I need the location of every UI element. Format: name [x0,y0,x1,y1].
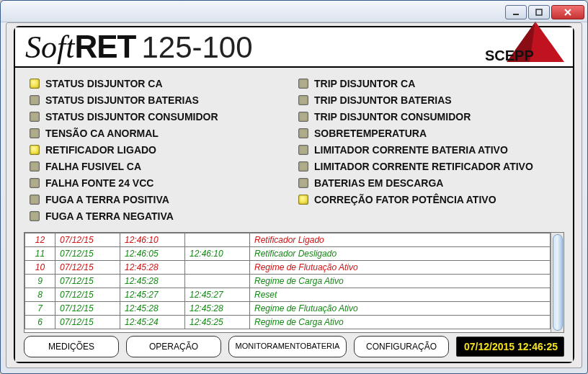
title-model: 125-100 [141,30,252,65]
status-label: TRIP DISJUNTOR CA [314,78,415,89]
svg-rect-1 [536,9,542,15]
log-cell: 8 [25,288,55,302]
status-led-icon [30,211,40,221]
status-col-left: STATUS DISJUNTOR CASTATUS DISJUNTOR BATE… [30,76,293,223]
log-cell: 07/12/15 [55,275,120,288]
footer: MEDIÇÕES OPERAÇÃO MONITORAMENTOBATERIA C… [24,333,564,357]
brand-text: SCEPP [485,48,534,62]
status-led-icon [30,95,40,105]
table-row[interactable]: 1207/12/1512:46:10Retificador Ligado [25,233,551,247]
status-row: STATUS DISJUNTOR CA [30,76,293,91]
status-label: FUGA A TERRA POSITIVA [45,194,169,205]
status-led-icon [30,128,40,138]
log-cell: 07/12/15 [55,233,120,247]
log-cell [185,275,250,288]
clock: 07/12/2015 12:46:25 [456,337,564,357]
log-cell: 12:45:28 [120,275,185,288]
scrollbar-thumb[interactable] [553,234,563,331]
status-row: TRIP DISJUNTOR CONSUMIDOR [298,110,561,124]
table-row[interactable]: 907/12/1512:45:28Regime de Carga Ativo [25,275,551,288]
log-cell: 07/12/15 [55,316,120,329]
status-row: TRIP DISJUNTOR CA [298,76,561,91]
header: Soft RET 125-100 SCEPP [15,27,573,68]
log-cell: Retificador Desligado [250,247,551,261]
status-row: LIMITADOR CORRENTE BATERIA ATIVO [298,143,561,157]
log-cell: 12:45:28 [120,261,185,275]
window-frame: Soft RET 125-100 SCEPP STATUS DISJUNTOR … [0,0,588,374]
close-button[interactable] [551,5,584,19]
status-led-icon [30,195,40,205]
maximize-button[interactable] [528,5,550,19]
title-ret: RET [74,29,135,65]
nav-medicoes[interactable]: MEDIÇÕES [24,336,119,357]
log-cell: 12:45:25 [185,316,250,329]
log-panel: 1207/12/1512:46:10Retificador Ligado1107… [24,232,564,333]
app-title: Soft RET 125-100 [25,29,253,66]
table-row[interactable]: 1107/12/1512:46:0512:46:10Retificador De… [25,247,551,261]
status-row: SOBRETEMPERATURA [298,126,561,141]
log-table: 1207/12/1512:46:10Retificador Ligado1107… [24,233,551,329]
log-cell: 10 [25,261,55,275]
log-cell: 12:45:27 [185,288,250,302]
table-row[interactable]: 607/12/1512:45:2412:45:25Regime de Carga… [25,316,551,329]
log-cell: 6 [25,316,55,329]
nav-configuracao[interactable]: CONFIGURAÇÃO [354,336,449,357]
nav-operacao[interactable]: OPERAÇÃO [126,336,221,357]
log-cell: 12:46:05 [120,247,185,261]
status-led-icon [298,178,308,188]
log-cell: 12:45:27 [120,288,185,302]
log-cell: Regime de Flutuação Ativo [250,261,551,275]
table-row[interactable]: 807/12/1512:45:2712:45:27Reset [25,288,551,302]
status-label: STATUS DISJUNTOR CONSUMIDOR [45,111,218,123]
status-row: TENSÃO CA ANORMAL [30,126,293,141]
table-row[interactable]: 707/12/1512:45:2812:45:28Regime de Flutu… [25,302,551,316]
log-cell [185,261,250,275]
log-cell: 12:46:10 [120,233,185,247]
status-row: BATERIAS EM DESCARGA [298,176,561,190]
table-row[interactable]: 1007/12/1512:45:28Regime de Flutuação At… [25,261,551,275]
status-label: TENSÃO CA ANORMAL [45,128,159,139]
body: STATUS DISJUNTOR CASTATUS DISJUNTOR BATE… [15,68,573,362]
status-row: FUGA A TERRA NEGATIVA [30,209,293,223]
main-frame: Soft RET 125-100 SCEPP STATUS DISJUNTOR … [14,26,574,363]
log-cell: Reset [250,288,551,302]
status-label: CORREÇÃO FATOR POTÊNCIA ATIVO [314,194,496,205]
status-led-icon [298,128,308,138]
status-label: LIMITADOR CORRENTE BATERIA ATIVO [314,144,508,156]
status-row: FALHA FONTE 24 VCC [30,176,293,190]
status-led-icon [298,161,308,172]
status-label: BATERIAS EM DESCARGA [314,177,443,189]
client-area: Soft RET 125-100 SCEPP STATUS DISJUNTOR … [6,22,582,368]
status-area: STATUS DISJUNTOR CASTATUS DISJUNTOR BATE… [24,75,564,229]
status-row: RETIFICADOR LIGADO [30,143,293,157]
minimize-button[interactable] [505,5,527,19]
log-cell: Regime de Carga Ativo [250,316,551,329]
status-col-right: TRIP DISJUNTOR CATRIP DISJUNTOR BATERIAS… [298,76,561,223]
log-cell: 11 [25,247,55,261]
status-led-icon [30,161,40,172]
log-cell: 07/12/15 [55,302,120,316]
status-label: FALHA FONTE 24 VCC [45,177,153,189]
log-scrollbar[interactable] [551,233,564,332]
status-led-icon [298,145,308,155]
status-label: FUGA A TERRA NEGATIVA [45,210,174,222]
status-led-icon [298,79,308,89]
status-label: FALHA FUSIVEL CA [45,161,141,172]
log-cell: 7 [25,302,55,316]
status-row: TRIP DISJUNTOR BATERIAS [298,93,561,107]
status-label: TRIP DISJUNTOR CONSUMIDOR [314,111,471,123]
status-led-icon [298,112,308,122]
log-cell: 12 [25,233,55,247]
nav-monitoramento-bateria[interactable]: MONITORAMENTOBATERIA [228,336,347,357]
brand-logo: SCEPP [485,33,564,62]
log-cell: Regime de Carga Ativo [250,275,551,288]
status-row: STATUS DISJUNTOR CONSUMIDOR [30,110,293,124]
log-cell: 12:45:28 [185,302,250,316]
status-led-icon [30,145,40,155]
log-cell: 9 [25,275,55,288]
status-row: STATUS DISJUNTOR BATERIAS [30,93,293,107]
status-label: SOBRETEMPERATURA [314,128,427,139]
log-cell: 12:46:10 [185,247,250,261]
status-label: LIMITADOR CORRENTE RETIFICADOR ATIVO [314,161,533,172]
status-led-icon [298,95,308,105]
